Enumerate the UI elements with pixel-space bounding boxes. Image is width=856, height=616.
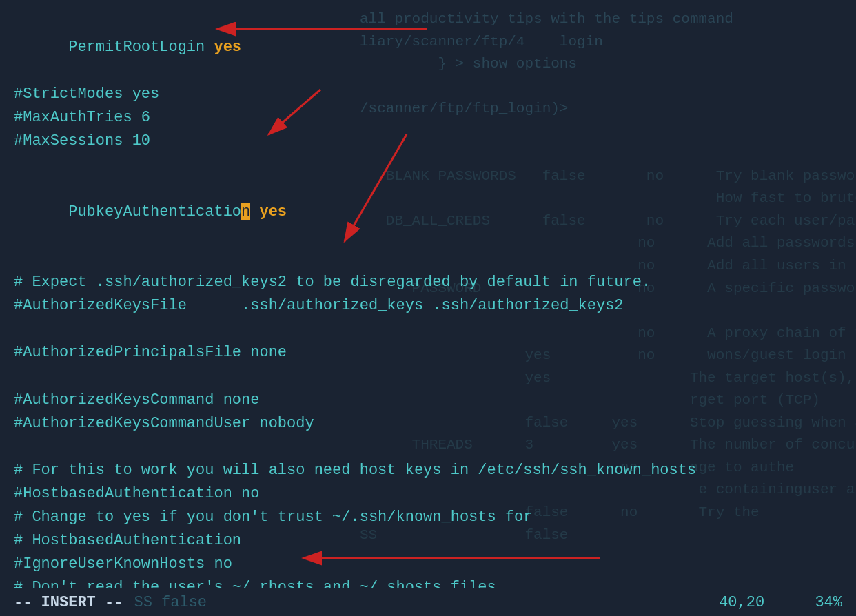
line-authorized-keys-cmd-user: #AuthorizedKeysCommandUser nobody [14, 412, 842, 435]
line-strict-modes: #StrictModes yes [14, 83, 842, 106]
status-dim-text: SS false [134, 594, 207, 611]
line-hostbased-auth: #HostbasedAuthentication no [14, 482, 842, 506]
line-permit-root-login: PermitRootLogin yes [14, 12, 842, 83]
terminal-window: all productivity tips with the tips comm… [0, 0, 856, 616]
line-maxauthtries: #MaxAuthTries 6 [14, 106, 842, 130]
line-change-yes-comment: # Change to yes if you don't trust ~/.ss… [14, 506, 842, 529]
line-empty-4 [14, 365, 842, 388]
insert-mode-label: -- INSERT -- [14, 594, 123, 611]
line-ignore-user-known-hosts: #IgnoreUserKnownHosts no [14, 553, 842, 576]
line-pubkey-auth: PubkeyAuthentication yes [14, 177, 842, 247]
code-content: PermitRootLogin yes #StrictModes yes #Ma… [0, 0, 856, 616]
status-bar: -- INSERT -- SS false 40,20 34% [0, 588, 856, 616]
line-empty-5 [14, 435, 842, 459]
line-authorized-principals: #AuthorizedPrincipalsFile none [14, 341, 842, 365]
line-empty-3 [14, 318, 842, 341]
line-empty-1 [14, 154, 842, 177]
line-authorized-keys-file: #AuthorizedKeysFile .ssh/authorized_keys… [14, 294, 842, 318]
line-expect-ssh: # Expect .ssh/authorized_keys2 to be dis… [14, 271, 842, 294]
status-position: 40,20 34% [719, 594, 842, 611]
line-maxsessions: #MaxSessions 10 [14, 130, 842, 153]
line-empty-2 [14, 247, 842, 271]
line-hostbased-auth-comment: # HostbasedAuthentication [14, 529, 842, 553]
line-authorized-keys-cmd: #AuthorizedKeysCommand none [14, 389, 842, 412]
line-host-keys-comment: # For this to work you will also need ho… [14, 459, 842, 482]
